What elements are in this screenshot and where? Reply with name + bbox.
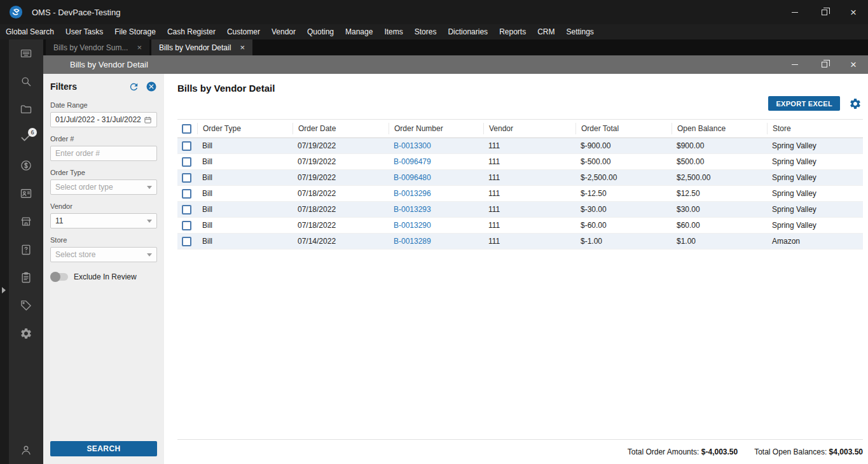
row-checkbox[interactable] bbox=[182, 205, 191, 214]
row-checkbox[interactable] bbox=[182, 173, 191, 183]
menu-item-crm[interactable]: CRM bbox=[532, 24, 560, 39]
store-select[interactable]: Select store bbox=[50, 247, 157, 262]
menu-item-items[interactable]: Items bbox=[378, 24, 408, 39]
column-header-open-balance[interactable]: Open Balance bbox=[672, 123, 767, 134]
totals-bar: Total Order Amounts: $-4,003.50 Total Op… bbox=[177, 439, 863, 464]
column-header-order-number[interactable]: Order Number bbox=[389, 123, 483, 134]
clipboard-list-icon[interactable] bbox=[20, 271, 32, 284]
cell-vendor: 111 bbox=[483, 205, 575, 214]
search-icon[interactable] bbox=[20, 75, 32, 88]
app-titlebar: OMS - DevPace-Testing × bbox=[0, 0, 868, 24]
report-area: Bills by Vendor Detail EXPORT EXCEL bbox=[164, 74, 868, 464]
clear-filters-icon[interactable] bbox=[146, 81, 157, 92]
total-order-amounts: Total Order Amounts: $-4,003.50 bbox=[628, 447, 738, 456]
expand-panel-arrow-icon[interactable] bbox=[2, 287, 6, 293]
grid-settings-gear-icon[interactable] bbox=[849, 97, 862, 110]
column-header-order-type[interactable]: Order Type bbox=[197, 123, 293, 134]
currency-icon[interactable] bbox=[20, 159, 32, 172]
date-range-input[interactable]: 01/Jul/2022 - 31/Jul/2022 bbox=[50, 112, 157, 127]
row-checkbox[interactable] bbox=[182, 237, 191, 246]
order-type-select[interactable]: Select order type bbox=[50, 179, 157, 195]
cell-vendor: 111 bbox=[483, 173, 575, 182]
tab-close-icon[interactable]: × bbox=[137, 43, 142, 52]
menu-item-quoting[interactable]: Quoting bbox=[301, 24, 340, 39]
order-number-link[interactable]: B-0013296 bbox=[394, 189, 431, 198]
menu-item-cash-register[interactable]: Cash Register bbox=[162, 24, 221, 39]
order-number-link[interactable]: B-0013289 bbox=[394, 237, 431, 246]
app-title: OMS - DevPace-Testing bbox=[32, 8, 120, 17]
cell-order-date: 07/18/2022 bbox=[293, 205, 389, 214]
menu-item-manage[interactable]: Manage bbox=[340, 24, 378, 39]
export-excel-button[interactable]: EXPORT EXCEL bbox=[768, 96, 840, 111]
cell-store: Spring Valley bbox=[767, 205, 863, 214]
cell-order-number: B-0096480 bbox=[389, 173, 483, 182]
select-all-checkbox[interactable] bbox=[182, 124, 191, 134]
folders-icon[interactable] bbox=[20, 103, 32, 116]
tag-icon[interactable] bbox=[20, 299, 32, 312]
cell-store: Spring Valley bbox=[767, 157, 863, 166]
close-icon[interactable]: × bbox=[839, 0, 868, 24]
dashboard-icon[interactable] bbox=[20, 47, 32, 60]
menu-item-reports[interactable]: Reports bbox=[493, 24, 532, 39]
order-number-link[interactable]: B-0013300 bbox=[394, 141, 431, 150]
cell-order-date: 07/19/2022 bbox=[293, 173, 389, 182]
row-checkbox[interactable] bbox=[182, 157, 191, 167]
menu-item-file-storage[interactable]: File Storage bbox=[109, 24, 162, 39]
order-number-link[interactable]: B-0096480 bbox=[394, 173, 431, 182]
tasks-icon[interactable]: 6 bbox=[20, 131, 32, 144]
settings-icon[interactable] bbox=[20, 327, 32, 340]
refresh-icon[interactable] bbox=[128, 81, 139, 92]
page-title: Bills by Vendor Detail bbox=[177, 83, 863, 94]
cell-order-number: B-0013293 bbox=[389, 205, 483, 214]
column-header-order-date[interactable]: Order Date bbox=[293, 123, 389, 134]
tab-label: Bills by Vendor Sum... bbox=[53, 43, 128, 52]
menu-item-customer[interactable]: Customer bbox=[221, 24, 266, 39]
cell-order-type: Bill bbox=[197, 189, 293, 198]
store-placeholder: Select store bbox=[55, 250, 95, 259]
chevron-down-icon bbox=[147, 253, 152, 257]
calendar-icon[interactable] bbox=[144, 116, 152, 124]
menu-item-vendor[interactable]: Vendor bbox=[266, 24, 301, 39]
user-icon[interactable] bbox=[20, 444, 32, 456]
order-number-link[interactable]: B-0013290 bbox=[394, 221, 431, 230]
row-checkbox[interactable] bbox=[182, 189, 191, 199]
restore-icon[interactable] bbox=[809, 0, 839, 24]
minimize-icon[interactable] bbox=[780, 55, 809, 74]
minimize-icon[interactable] bbox=[780, 0, 809, 24]
cell-order-type: Bill bbox=[197, 237, 293, 246]
contacts-icon[interactable] bbox=[20, 187, 32, 200]
tab-bills-by-vendor-detail[interactable]: Bills by Vendor Detail × bbox=[151, 39, 252, 55]
restore-icon[interactable] bbox=[809, 55, 839, 74]
row-checkbox[interactable] bbox=[182, 221, 191, 230]
results-table: Order TypeOrder DateOrder NumberVendorOr… bbox=[177, 119, 863, 250]
order-number-input[interactable]: Enter order # bbox=[50, 146, 157, 161]
tabbar: Bills by Vendor Sum... × Bills by Vendor… bbox=[43, 39, 868, 55]
order-number-placeholder: Enter order # bbox=[55, 149, 100, 158]
total-open-balances: Total Open Balances: $4,003.50 bbox=[754, 447, 863, 456]
tab-close-icon[interactable]: × bbox=[240, 43, 245, 52]
menu-item-stores[interactable]: Stores bbox=[409, 24, 443, 39]
menu-item-dictionaries[interactable]: Dictionaries bbox=[442, 24, 493, 39]
row-checkbox-cell bbox=[177, 157, 197, 167]
search-button[interactable]: SEARCH bbox=[50, 441, 157, 456]
cell-order-number: B-0013289 bbox=[389, 237, 483, 246]
menu-item-user-tasks[interactable]: User Tasks bbox=[60, 24, 109, 39]
column-header-store[interactable]: Store bbox=[767, 123, 863, 134]
clipboard-question-icon[interactable] bbox=[20, 243, 32, 256]
row-checkbox[interactable] bbox=[182, 141, 191, 151]
exclude-in-review-toggle[interactable] bbox=[50, 273, 68, 281]
close-icon[interactable]: × bbox=[839, 55, 868, 74]
menu-item-settings[interactable]: Settings bbox=[560, 24, 599, 39]
tab-bills-by-vendor-summary[interactable]: Bills by Vendor Sum... × bbox=[46, 39, 149, 55]
column-header-order-total[interactable]: Order Total bbox=[575, 123, 672, 134]
exclude-in-review-label: Exclude In Review bbox=[74, 272, 137, 281]
store-icon[interactable] bbox=[20, 215, 32, 228]
cell-open-balance: $60.00 bbox=[672, 221, 767, 230]
inner-window: Bills by Vendor Detail × Filters bbox=[43, 55, 868, 464]
vendor-select[interactable]: 11 bbox=[50, 213, 157, 228]
cell-vendor: 111 bbox=[483, 237, 575, 246]
order-number-link[interactable]: B-0013293 bbox=[394, 205, 431, 214]
column-header-vendor[interactable]: Vendor bbox=[483, 123, 575, 134]
order-number-link[interactable]: B-0096479 bbox=[394, 157, 431, 166]
menu-item-global-search[interactable]: Global Search bbox=[0, 24, 60, 39]
